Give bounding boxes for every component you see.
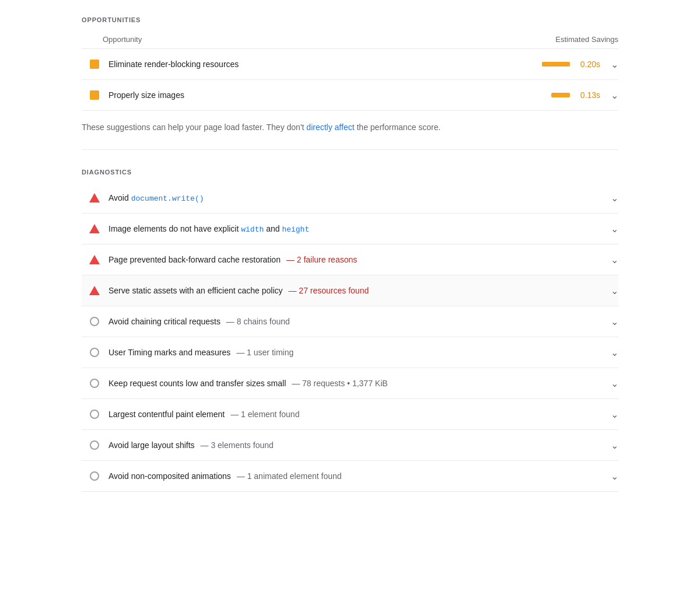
diagnostics-section: DIAGNOSTICS Avoid document.write() ⌄ Ima… (82, 164, 618, 492)
diagnostic-detail: — 3 elements found (201, 440, 274, 450)
opportunity-label: Properly size images (108, 90, 551, 100)
chevron-down-icon: ⌄ (611, 59, 618, 70)
code-height: height (282, 225, 309, 234)
code-snippet: document.write() (131, 194, 204, 203)
diagnostic-item-serve-static-assets[interactable]: Serve static assets with an efficient ca… (82, 275, 618, 306)
diagnostic-detail: — 1 user timing (236, 348, 293, 357)
diagnostic-label: Avoid document.write() (108, 193, 605, 203)
code-width: width (241, 225, 264, 234)
chevron-down-icon: ⌄ (611, 347, 618, 358)
suggestion-note: These suggestions can help your page loa… (82, 111, 618, 150)
red-triangle-icon (89, 192, 100, 204)
opportunities-title: OPPORTUNITIES (82, 12, 618, 23)
savings-container: 0.13s (551, 90, 600, 100)
diagnostic-detail: — 1 animated element found (237, 471, 342, 481)
diagnostic-label: Image elements do not have explicit widt… (108, 224, 605, 234)
diagnostic-item-chaining-requests[interactable]: Avoid chaining critical requests — 8 cha… (82, 306, 618, 337)
diagnostic-item-request-counts[interactable]: Keep request counts low and transfer siz… (82, 368, 618, 399)
red-triangle-icon (89, 223, 100, 235)
diagnostic-detail: — 2 failure reasons (286, 255, 357, 264)
suggestion-text-after: the performance score. (355, 123, 441, 132)
opportunity-item-properly-size-images[interactable]: Properly size images 0.13s ⌄ (82, 80, 618, 111)
diagnostic-item-image-dimensions[interactable]: Image elements do not have explicit widt… (82, 214, 618, 244)
orange-square-icon (89, 58, 100, 70)
chevron-down-icon: ⌄ (611, 285, 618, 296)
diagnostic-label: Avoid chaining critical requests — 8 cha… (108, 317, 605, 326)
diagnostics-title: DIAGNOSTICS (82, 164, 618, 176)
opportunity-item-render-blocking[interactable]: Eliminate render-blocking resources 0.20… (82, 49, 618, 80)
diagnostic-label: Largest contentful paint element — 1 ele… (108, 410, 605, 419)
diagnostic-label: Serve static assets with an efficient ca… (108, 286, 605, 295)
chevron-down-icon: ⌄ (611, 316, 618, 327)
diagnostic-label: User Timing marks and measures — 1 user … (108, 348, 605, 357)
diagnostic-label: Page prevented back-forward cache restor… (108, 255, 605, 264)
diagnostic-item-non-composited-animations[interactable]: Avoid non-composited animations — 1 anim… (82, 461, 618, 492)
directly-affect-link[interactable]: directly affect (306, 123, 354, 132)
grey-circle-icon (89, 439, 100, 451)
column-header-row: Opportunity Estimated Savings (82, 30, 618, 49)
chevron-down-icon: ⌄ (611, 254, 618, 265)
savings-bar (542, 62, 570, 67)
diagnostic-item-back-forward-cache[interactable]: Page prevented back-forward cache restor… (82, 244, 618, 275)
chevron-down-icon: ⌄ (611, 223, 618, 235)
grey-circle-icon (89, 470, 100, 482)
chevron-down-icon: ⌄ (611, 193, 618, 204)
suggestion-text-before: These suggestions can help your page loa… (82, 123, 306, 132)
col-savings-label: Estimated Savings (555, 35, 618, 44)
savings-value: 0.20s (576, 60, 600, 69)
opportunities-section: OPPORTUNITIES Opportunity Estimated Savi… (82, 12, 618, 150)
grey-circle-icon (89, 347, 100, 358)
chevron-down-icon: ⌄ (611, 471, 618, 482)
diagnostic-item-large-layout-shifts[interactable]: Avoid large layout shifts — 3 elements f… (82, 430, 618, 461)
diagnostic-detail: — 1 element found (230, 410, 299, 419)
diagnostic-detail: — 8 chains found (226, 317, 290, 326)
diagnostic-label: Avoid large layout shifts — 3 elements f… (108, 440, 605, 450)
chevron-down-icon: ⌄ (611, 378, 618, 389)
grey-circle-icon (89, 408, 100, 420)
savings-value: 0.13s (576, 90, 600, 100)
diagnostic-item-lcp-element[interactable]: Largest contentful paint element — 1 ele… (82, 399, 618, 430)
grey-circle-icon (89, 377, 100, 389)
diagnostic-item-user-timing[interactable]: User Timing marks and measures — 1 user … (82, 337, 618, 368)
opportunity-label: Eliminate render-blocking resources (108, 60, 542, 69)
red-triangle-icon (89, 285, 100, 296)
diagnostic-label: Avoid non-composited animations — 1 anim… (108, 471, 605, 481)
grey-circle-icon (89, 316, 100, 327)
col-opportunity-label: Opportunity (103, 35, 142, 44)
chevron-down-icon: ⌄ (611, 90, 618, 101)
diagnostic-detail: — 27 resources found (288, 286, 369, 295)
chevron-down-icon: ⌄ (611, 409, 618, 420)
diagnostic-item-avoid-document-write[interactable]: Avoid document.write() ⌄ (82, 183, 618, 214)
diagnostic-detail: — 78 requests • 1,377 KiB (292, 379, 387, 388)
chevron-down-icon: ⌄ (611, 440, 618, 451)
savings-container: 0.20s (542, 60, 600, 69)
savings-bar (551, 93, 570, 97)
red-triangle-icon (89, 254, 100, 265)
orange-square-icon (89, 89, 100, 101)
diagnostic-label: Keep request counts low and transfer siz… (108, 379, 605, 388)
